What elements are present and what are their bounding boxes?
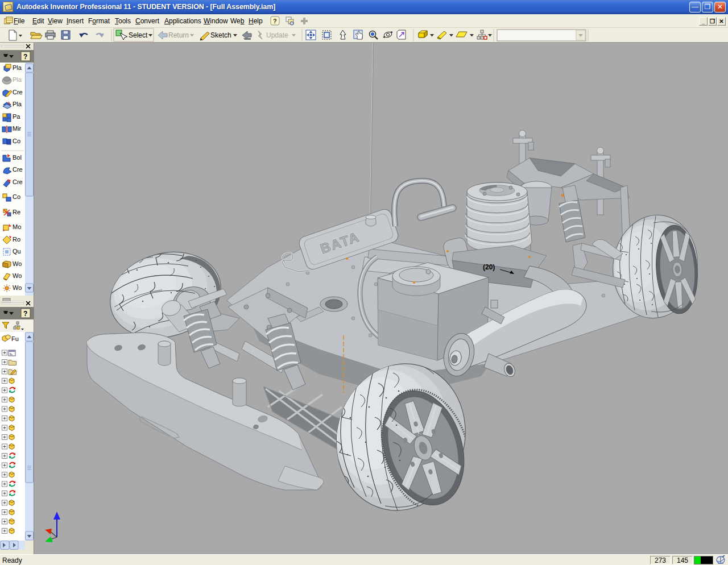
- svg-text:?: ?: [23, 310, 27, 318]
- svg-text:Wo: Wo: [13, 272, 22, 279]
- svg-text:Co: Co: [13, 193, 20, 200]
- svg-text:Co: Co: [13, 138, 20, 144]
- svg-text:?: ?: [273, 18, 277, 24]
- svg-text:Update: Update: [266, 31, 288, 39]
- svg-text:Wo: Wo: [13, 284, 22, 291]
- svg-text:Pa: Pa: [13, 113, 20, 120]
- svg-text:Bol: Bol: [13, 154, 22, 161]
- svg-text:Wo: Wo: [13, 260, 22, 267]
- svg-text:Mir: Mir: [13, 125, 22, 132]
- svg-text:Re: Re: [13, 209, 20, 215]
- svg-text:Mo: Mo: [13, 223, 21, 230]
- svg-text:Select: Select: [129, 31, 148, 39]
- svg-text:Cre: Cre: [13, 89, 23, 95]
- svg-text:Fu: Fu: [11, 335, 19, 342]
- svg-text:Sketch: Sketch: [210, 31, 231, 39]
- svg-text:Qu: Qu: [13, 248, 21, 255]
- svg-text:?: ?: [23, 53, 27, 61]
- svg-text:Cre: Cre: [13, 178, 23, 185]
- svg-text:Ro: Ro: [13, 236, 20, 243]
- svg-text:Pla: Pla: [13, 76, 22, 83]
- svg-text:(20): (20): [483, 263, 495, 271]
- svg-text:Return: Return: [168, 31, 189, 39]
- svg-text:Pla: Pla: [13, 101, 22, 107]
- svg-text:Pla: Pla: [13, 64, 22, 71]
- svg-text:Cre: Cre: [13, 166, 23, 173]
